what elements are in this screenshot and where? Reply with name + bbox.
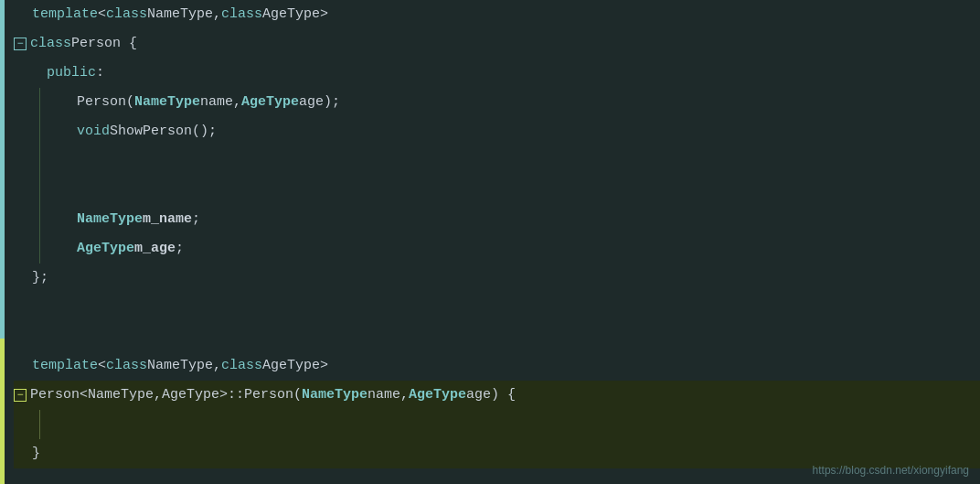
code-line-1: template<class NameType,class AgeType> (14, 0, 980, 29)
punct-13: < (98, 351, 106, 381)
code-line-2: − class Person { (14, 29, 980, 59)
code-line-8: NameType m_name; (14, 205, 980, 234)
code-line-3: public: (14, 59, 980, 88)
code-line-12 (14, 322, 980, 351)
code-line-4: Person(NameType name, AgeType age); (14, 88, 980, 117)
v-guide-4 (39, 88, 40, 117)
space-13b: AgeType> (262, 351, 328, 381)
fold-icon-class[interactable]: − (14, 38, 27, 50)
member-mname-8: m_name (143, 205, 192, 234)
space-13a: NameType, (147, 351, 221, 381)
v-guide-9 (39, 234, 40, 264)
keyword-void-5: void (77, 117, 110, 146)
type-nametype-14: NameType (302, 381, 368, 410)
param-name-14b: age) { (466, 381, 516, 410)
code-content: template<class NameType,class AgeType> −… (5, 0, 980, 484)
param-name-14a: name, (368, 381, 409, 410)
space-1b: AgeType> (262, 0, 328, 29)
code-line-7 (14, 176, 980, 205)
close-brace-16: } (32, 439, 40, 468)
param-name-4b: age); (299, 88, 340, 117)
type-nametype-4: NameType (134, 88, 200, 117)
code-line-9: AgeType m_age; (14, 234, 980, 264)
watermark: https://blog.csdn.net/xiongyifang (813, 464, 969, 477)
member-mage-9: m_age (134, 234, 176, 264)
keyword-class-1a: class (106, 0, 147, 29)
v-guide-15 (39, 410, 40, 439)
keyword-class-13b: class (221, 351, 262, 381)
class-name-2: Person { (71, 29, 137, 59)
punct-1: < (98, 0, 106, 29)
method-person-4: Person( (77, 88, 134, 117)
code-editor: template<class NameType,class AgeType> −… (0, 0, 980, 484)
code-line-15 (14, 410, 980, 439)
fold-icon-person[interactable]: − (14, 389, 27, 402)
param-name-4a: name, (200, 88, 241, 117)
colon-3: : (96, 59, 104, 88)
keyword-template-1: template (32, 0, 98, 29)
keyword-public: public (47, 59, 96, 88)
person-ctor-14: Person<NameType,AgeType>::Person( (30, 381, 302, 410)
code-line-6 (14, 146, 980, 176)
type-agetype-14: AgeType (409, 381, 466, 410)
v-guide-6 (39, 146, 40, 176)
code-line-13: template<class NameType, class AgeType> (14, 351, 980, 381)
close-brace-10: }; (32, 264, 48, 293)
code-line-5: void ShowPerson(); (14, 117, 980, 146)
semi-9: ; (176, 234, 184, 264)
code-line-14: − Person<NameType,AgeType>::Person(NameT… (14, 381, 980, 410)
keyword-class-2: class (30, 29, 71, 59)
code-line-11 (14, 293, 980, 322)
type-agetype-9: AgeType (77, 234, 134, 264)
v-guide-5 (39, 117, 40, 146)
v-guide-7 (39, 176, 40, 205)
keyword-class-13a: class (106, 351, 147, 381)
type-nametype-8: NameType (77, 205, 143, 234)
method-show-5: ShowPerson(); (110, 117, 217, 146)
semi-8: ; (192, 205, 200, 234)
space-1a: NameType, (147, 0, 221, 29)
type-agetype-4: AgeType (241, 88, 299, 117)
keyword-template-13: template (32, 351, 98, 381)
code-line-10: }; (14, 264, 980, 293)
keyword-class-1b: class (221, 0, 262, 29)
v-guide-8 (39, 205, 40, 234)
